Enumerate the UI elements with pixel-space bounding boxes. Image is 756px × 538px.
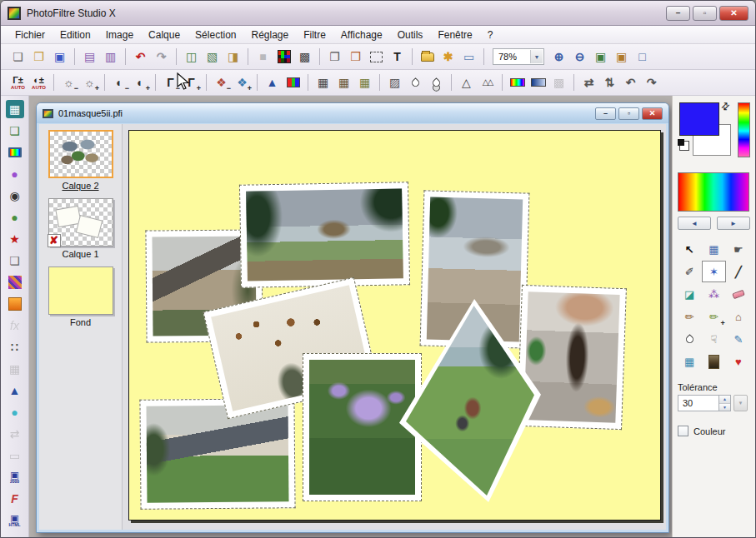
selection-manager-tool-icon[interactable]: ▦ xyxy=(702,238,725,260)
menu-filtre[interactable]: Filtre xyxy=(296,27,333,43)
hand-tool-icon[interactable]: ☛ xyxy=(727,238,750,260)
actual-size-icon[interactable]: ▣ xyxy=(611,47,632,67)
sharpen-icon[interactable]: △ xyxy=(456,72,477,92)
tolerance-dropdown-button[interactable]: ▼ xyxy=(733,395,748,411)
zoom-combo[interactable]: 78%▼ xyxy=(493,48,544,65)
zoom-dropdown-arrow[interactable]: ▼ xyxy=(530,50,543,63)
fullscreen-icon[interactable]: □ xyxy=(632,47,653,67)
fit-image-icon[interactable]: ▣ xyxy=(590,47,611,67)
landscape-globe-icon[interactable]: ● xyxy=(6,208,24,227)
deform-grid-tool-icon[interactable]: ▦ xyxy=(678,351,701,372)
document-close-button[interactable]: ✕ xyxy=(642,107,663,120)
blur-more-icon[interactable] xyxy=(426,72,447,92)
camera-icon[interactable]: ◉ xyxy=(6,187,24,205)
zoom-out-icon[interactable]: ⊖ xyxy=(569,47,590,67)
contrast-minus-icon[interactable]: ◐− xyxy=(109,72,130,92)
retouch-tool-icon[interactable] xyxy=(702,351,725,372)
reset-colors-icon[interactable] xyxy=(679,141,689,151)
blue-gradient-icon[interactable] xyxy=(528,72,548,92)
fill-tool-icon[interactable]: ◪ xyxy=(678,283,701,305)
transparent-image-icon[interactable]: ▧ xyxy=(202,47,223,67)
brush-tool-icon[interactable]: ✏ xyxy=(678,306,701,327)
document-minimize-button[interactable]: – xyxy=(595,107,616,120)
document-restore-button[interactable]: ▫ xyxy=(618,107,639,120)
module-icon[interactable]: ▩ xyxy=(294,47,315,67)
select-paste-icon[interactable] xyxy=(366,47,387,67)
mosaic-brown-icon[interactable]: ▦ xyxy=(333,72,354,92)
red-star-icon[interactable]: ★ xyxy=(6,230,24,248)
gray-swatch-icon[interactable]: ■ xyxy=(253,47,273,67)
swap-colors-icon[interactable]: ⇅ xyxy=(718,99,733,113)
histogram-icon[interactable]: ▲ xyxy=(262,72,283,92)
color-stripes-icon[interactable] xyxy=(6,273,24,291)
menu-fenetre[interactable]: Fenêtre xyxy=(430,27,479,43)
cyan-sphere-icon[interactable]: ● xyxy=(6,403,24,421)
sharpen-more-icon[interactable]: △△ xyxy=(477,72,498,92)
palette-prev-button[interactable]: ◄ xyxy=(678,217,711,230)
color-grid-icon[interactable] xyxy=(273,47,294,67)
page-corner-icon[interactable]: ❏ xyxy=(6,252,24,270)
print-icon[interactable]: ▤ xyxy=(79,47,100,67)
menu-outils[interactable]: Outils xyxy=(390,27,431,43)
image-canvas[interactable] xyxy=(128,130,661,521)
rgb-balance-icon[interactable] xyxy=(283,72,303,92)
advanced-brush-tool-icon[interactable]: ✏+ xyxy=(702,306,725,327)
saturation-plus-icon[interactable]: ❖+ xyxy=(232,72,253,92)
layer-label-calque1[interactable]: Calque 1 xyxy=(62,249,98,259)
orange-gradient-icon[interactable] xyxy=(6,295,24,313)
color-palette[interactable] xyxy=(678,172,749,212)
menu-image[interactable]: Image xyxy=(98,27,141,43)
purple-sphere-icon[interactable]: ● xyxy=(6,165,24,183)
smudge-tool-icon[interactable]: ☟ xyxy=(702,328,725,350)
blue-histogram-icon[interactable]: ▲ xyxy=(6,381,24,400)
frame-figure-icon[interactable]: ❒ xyxy=(345,47,366,67)
hue-strip[interactable] xyxy=(738,102,750,157)
grid-disabled-icon[interactable]: ▦ xyxy=(6,360,24,378)
menu-fichier[interactable]: Fichier xyxy=(8,27,53,43)
strawberry-tool-icon[interactable]: ♥ xyxy=(727,351,750,372)
copy-page-icon[interactable]: ❐ xyxy=(324,47,345,67)
restore-button[interactable]: ▫ xyxy=(693,6,717,21)
blur-icon[interactable] xyxy=(405,72,426,92)
undo-icon[interactable]: ↶ xyxy=(130,47,151,67)
panel-icon[interactable]: ▭ xyxy=(458,47,479,67)
pattern-dots-icon[interactable]: ∷ xyxy=(6,338,24,356)
stamp-tool-icon[interactable]: ⌂ xyxy=(727,306,750,327)
menu-reglage[interactable]: Réglage xyxy=(243,27,296,43)
layer-thumbnail-calque2[interactable] xyxy=(48,130,113,178)
rotate-right-icon[interactable]: ↷ xyxy=(641,72,662,92)
zoom-in-icon[interactable]: ⊕ xyxy=(548,47,569,67)
layer-thumbnail-calque1[interactable]: ✘ xyxy=(48,198,113,247)
gear-flower-icon[interactable]: ✱ xyxy=(438,47,458,67)
monitor-rainbow-icon[interactable] xyxy=(6,143,24,162)
menu-affichage[interactable]: Affichage xyxy=(333,27,390,43)
layer-label-fond[interactable]: Fond xyxy=(70,317,91,327)
auto-levels-icon[interactable]: Γ±AUTO xyxy=(8,72,28,92)
rainbow-gradient-icon[interactable] xyxy=(507,72,528,92)
minimize-button[interactable]: – xyxy=(666,6,690,21)
film-page-icon[interactable]: ❏ xyxy=(6,122,24,140)
brightness-plus-icon[interactable]: ☼+ xyxy=(79,72,100,92)
spinner-down-button[interactable]: ▼ xyxy=(719,404,730,411)
saturation-minus-icon[interactable]: ❖− xyxy=(211,72,232,92)
photomasque-disabled-icon[interactable]: ▩ xyxy=(548,72,569,92)
fx-disabled-icon[interactable]: fx xyxy=(6,316,24,335)
copy-image-icon[interactable]: ◨ xyxy=(223,47,243,67)
foreground-color-swatch[interactable] xyxy=(679,102,719,136)
contrast-plus-icon[interactable]: ◐+ xyxy=(130,72,151,92)
layer-label-calque2[interactable]: Calque 2 xyxy=(62,181,98,191)
spinner-up-button[interactable]: ▲ xyxy=(719,396,730,404)
menu-help[interactable]: ? xyxy=(480,27,501,43)
mosaic-dark-icon[interactable]: ▦ xyxy=(313,72,333,92)
scan-icon[interactable]: ▥ xyxy=(100,47,121,67)
line-tool-icon[interactable]: ╱ xyxy=(727,261,750,282)
blur-tool-icon[interactable] xyxy=(678,328,701,350)
close-button[interactable]: ✕ xyxy=(719,6,748,21)
duplicate-image-icon[interactable]: ◫ xyxy=(181,47,202,67)
menu-edition[interactable]: Edition xyxy=(53,27,98,43)
couleur-checkbox[interactable] xyxy=(678,426,688,436)
tolerance-input[interactable]: 30 xyxy=(678,395,719,411)
text-icon[interactable]: T xyxy=(387,47,408,67)
menu-selection[interactable]: Sélection xyxy=(188,27,243,43)
new-file-icon[interactable]: ❏ xyxy=(8,47,28,67)
